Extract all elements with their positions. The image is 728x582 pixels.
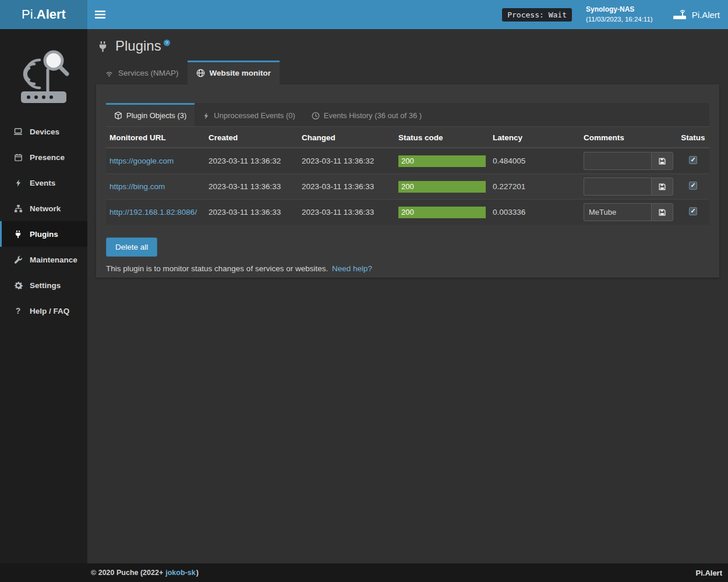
comment-input[interactable] [584,203,651,221]
clock-icon [312,112,320,120]
latency-cell: 0.003336 [489,200,580,225]
sidebar-item-network[interactable]: Network [0,196,87,221]
comment-group [584,178,673,196]
monitored-url-link[interactable]: https://bing.com [109,182,165,191]
jokob-sk-link[interactable]: jokob-sk [165,569,195,577]
sidebar-item-label: Help / FAQ [30,307,69,315]
monitored-url-link[interactable]: https://google.com [109,157,174,165]
page-help-badge[interactable]: ? [164,40,170,46]
subtab-label: Plugin Objects (3) [126,111,186,120]
status-code-bar: 200 [398,181,486,193]
hamburger-icon [95,10,105,19]
main-content: Plugins ? Services (NMAP) Website monito… [87,29,728,563]
need-help-link[interactable]: Need help? [332,264,372,273]
bolt-icon [13,179,23,187]
delete-all-button[interactable]: Delete all [106,237,157,257]
subtab-events-history[interactable]: Events History (36 out of 36 ) [303,103,430,126]
globe-icon [196,69,205,77]
router-icon [673,9,687,20]
sidebar-item-label: Presence [30,153,65,162]
page-title: Plugins [115,38,161,54]
sidebar-item-plugins[interactable]: Plugins [0,221,87,247]
account-menu[interactable]: Pi.Alert [665,0,728,29]
sidebar-item-label: Events [30,179,55,187]
gear-icon [13,281,23,290]
sidebar-toggle-button[interactable] [87,0,113,29]
bolt-icon [203,112,210,120]
copyright-suffix: ) [196,569,199,577]
plug-icon [97,41,108,52]
subtab-label: Events History (36 out of 36 ) [324,111,422,120]
footer: © 2020 Puche (2022+jokob-sk) Pi.Alert [0,563,728,582]
sidebar-item-maintenance[interactable]: Maintenance [0,247,87,272]
status-checkbox[interactable] [689,182,697,190]
floppy-icon [658,183,666,191]
comment-group [584,152,673,170]
status-checkbox[interactable] [689,207,697,215]
latency-cell: 0.484005 [489,148,580,174]
save-comment-button[interactable] [651,178,673,196]
sidebar-item-events[interactable]: Events [0,170,87,196]
process-status-badge: Process: Wait [502,8,572,22]
changed-cell: 2023-03-11 13:36:32 [298,148,395,174]
app-logo[interactable]: Pi.Alert [0,0,87,29]
column-header: Latency [489,127,580,148]
floppy-icon [658,157,666,165]
plug-icon [13,230,23,239]
sidebar-menu: Devices Presence Events Network Plugins … [0,119,87,324]
tab-services-nmap[interactable]: Services (NMAP) [96,61,188,84]
sidebar-item-label: Maintenance [30,255,77,264]
pialert-router-search-icon [9,44,78,108]
sidebar-item-help[interactable]: ? Help / FAQ [0,298,87,324]
description-text: This plugin is to monitor status changes… [106,264,328,273]
question-icon: ? [13,306,23,315]
sitemap-icon [13,204,23,213]
nas-name: Synology-NAS [586,5,653,15]
column-header: Monitored URL [106,127,205,148]
column-header: Status [677,127,709,148]
changed-cell: 2023-03-11 13:36:33 [298,200,395,225]
table-row: http://192.168.1.82:8086/ 2023-03-11 13:… [106,200,709,225]
plugin-subtabs: Plugin Objects (3) Unprocessed Events (0… [106,103,709,127]
table-row: https://bing.com 2023-03-11 13:36:33 202… [106,174,709,200]
monitored-url-link[interactable]: http://192.168.1.82:8086/ [109,208,197,217]
floppy-icon [658,208,666,217]
footer-copyright: © 2020 Puche (2022+jokob-sk) [91,569,199,577]
account-label: Pi.Alert [692,10,720,20]
plugin-tabs: Services (NMAP) Website monitor [96,61,719,84]
copyright-text: © 2020 Puche (2022+ [91,569,163,577]
table-row: https://google.com 2023-03-11 13:36:32 2… [106,148,709,174]
changed-cell: 2023-03-11 13:36:33 [298,174,395,200]
sidebar-item-settings[interactable]: Settings [0,272,87,298]
laptop-icon [13,127,23,136]
comment-input[interactable] [584,152,651,170]
column-header: Status code [395,127,489,148]
plugin-description: This plugin is to monitor status changes… [106,264,709,273]
website-monitor-panel: Plugin Objects (3) Unprocessed Events (0… [96,84,719,278]
comment-group [584,203,673,221]
page-header: Plugins ? [96,34,719,61]
comment-input[interactable] [584,178,651,196]
sidebar-item-presence[interactable]: Presence [0,144,87,170]
cube-icon [114,111,122,120]
sidebar-item-label: Plugins [30,230,58,239]
sidebar-item-devices[interactable]: Devices [0,119,87,144]
wifi-icon [105,69,114,77]
sidebar-item-label: Settings [30,281,61,290]
status-checkbox[interactable] [689,156,697,164]
column-header: Created [205,127,298,148]
save-comment-button[interactable] [651,203,673,221]
sidebar-item-label: Network [30,204,61,213]
save-comment-button[interactable] [651,152,673,170]
subtab-plugin-objects[interactable]: Plugin Objects (3) [106,103,195,126]
sidebar: Devices Presence Events Network Plugins … [0,29,87,563]
column-header: Comments [580,127,677,148]
plugin-objects-table: Monitored URL Created Changed Status cod… [106,127,709,225]
wrench-icon [13,255,23,264]
tab-website-monitor[interactable]: Website monitor [188,61,280,84]
brand-text: Pi. [22,7,37,22]
subtab-unprocessed-events[interactable]: Unprocessed Events (0) [195,103,303,126]
created-cell: 2023-03-11 13:36:32 [205,148,298,174]
column-header: Changed [298,127,395,148]
sidebar-logo [0,29,87,116]
